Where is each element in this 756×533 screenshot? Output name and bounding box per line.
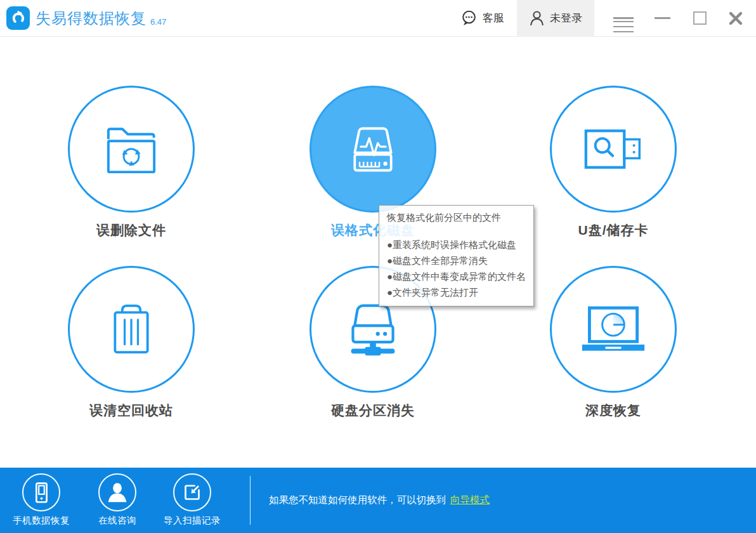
- person-icon: [98, 473, 136, 511]
- action-label: 导入扫描记录: [151, 515, 233, 527]
- tooltip-bullet: ●重装系统时误操作格式化磁盘: [387, 237, 526, 253]
- online-consult-button[interactable]: 在线咨询: [76, 473, 159, 527]
- app-version: 6.47: [150, 17, 166, 27]
- import-scan-button[interactable]: 导入扫描记录: [151, 473, 233, 527]
- login-status-label: 未登录: [550, 11, 582, 25]
- recovery-mode-grid: 误删除文件 误格式化磁盘: [0, 37, 756, 467]
- mode-label: 深度恢复: [537, 402, 689, 419]
- hint-text: 如果您不知道如何使用软件，可以切换到: [269, 494, 446, 507]
- tooltip-bullet: ●磁盘文件全部异常消失: [387, 253, 526, 268]
- folder-recycle-icon: [103, 122, 159, 176]
- mode-circle[interactable]: [68, 266, 195, 393]
- mode-label: U盘/储存卡: [537, 221, 689, 239]
- trash-icon: [107, 302, 155, 357]
- chat-bubble-icon: [460, 10, 478, 27]
- mode-deleted-files[interactable]: 误删除文件: [55, 86, 207, 239]
- customer-service-button[interactable]: 客服: [460, 10, 504, 27]
- mode-circle[interactable]: [310, 86, 436, 213]
- action-label: 手机数据恢复: [0, 515, 82, 527]
- mode-recycle-bin[interactable]: 误清空回收站: [55, 266, 207, 419]
- app-title: 失易得数据恢复: [36, 8, 147, 29]
- tooltip-formatted-disk: 恢复格式化前分区中的文件 ●重装系统时误操作格式化磁盘 ●磁盘文件全部异常消失 …: [379, 205, 534, 306]
- mode-label: 误清空回收站: [55, 402, 207, 419]
- customer-service-label: 客服: [483, 11, 504, 25]
- action-label: 在线咨询: [76, 515, 159, 527]
- tooltip-bullet: ●磁盘文件中毒变成异常的文件名: [387, 268, 526, 284]
- wizard-mode-link[interactable]: 向导模式: [450, 494, 490, 507]
- phone-recovery-button[interactable]: 手机数据恢复: [0, 473, 82, 527]
- laptop-pie-icon: [580, 305, 647, 354]
- footer-hint: 如果您不知道如何使用软件，可以切换到 向导模式: [269, 468, 490, 533]
- user-icon: [529, 10, 545, 26]
- minimize-button[interactable]: [654, 17, 670, 19]
- mode-circle[interactable]: [550, 266, 677, 393]
- mode-label: 误删除文件: [55, 221, 207, 239]
- mode-circle[interactable]: [68, 86, 195, 213]
- footer-bar: 手机数据恢复 在线咨询 导入扫描记录 如果您不知道如何使用软件，可以切换到 向导…: [0, 468, 756, 533]
- drive-pulse-icon: [344, 121, 402, 177]
- usb-search-icon: [583, 128, 644, 170]
- maximize-button[interactable]: [693, 11, 707, 25]
- footer-divider: [250, 476, 251, 525]
- tooltip-bullet: ●文件夹异常无法打开: [387, 284, 526, 300]
- import-icon: [173, 473, 211, 511]
- mode-label: 硬盘分区消失: [297, 402, 449, 419]
- drive-network-icon: [342, 301, 403, 357]
- tooltip-title: 恢复格式化前分区中的文件: [387, 211, 526, 225]
- app-logo-icon: [6, 6, 30, 30]
- close-button[interactable]: [728, 11, 743, 26]
- login-button[interactable]: 未登录: [517, 0, 594, 37]
- mode-circle[interactable]: [550, 86, 677, 213]
- mode-deep-recovery[interactable]: 深度恢复: [537, 266, 689, 419]
- phone-icon: [22, 473, 60, 511]
- menu-button[interactable]: [613, 14, 634, 23]
- mode-usb-card[interactable]: U盘/储存卡: [537, 86, 689, 239]
- titlebar: 失易得数据恢复 6.47 客服 未登录: [0, 0, 756, 37]
